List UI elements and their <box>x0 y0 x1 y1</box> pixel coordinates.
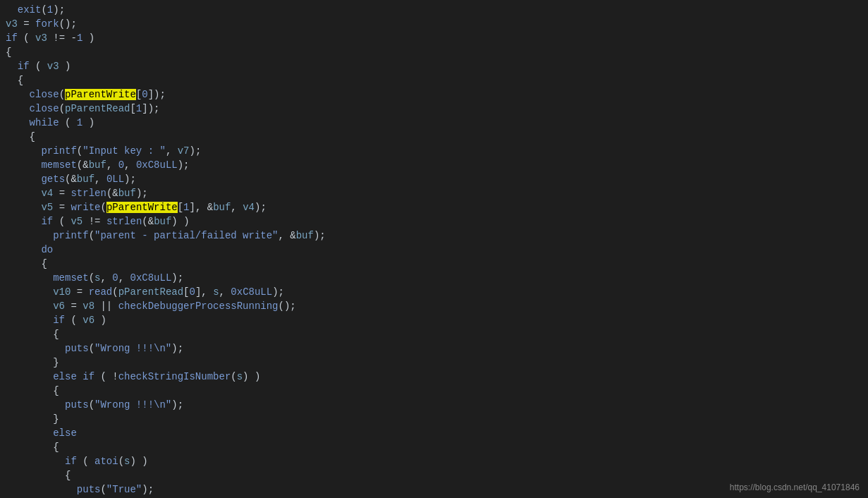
code-line-27: else if ( !checkStringIsNumber(s) ) <box>0 370 868 384</box>
code-line-15: v5 = write(pParentWrite[1], &buf, v4); <box>0 200 868 214</box>
code-line-22: v6 = v8 || checkDebuggerProcessRunning()… <box>0 299 868 313</box>
code-line-24: { <box>0 327 868 341</box>
code-line-7: close(pParentWrite[0]); <box>0 87 868 102</box>
watermark: https://blog.csdn.net/qq_41071846 <box>730 482 860 492</box>
code-line-31: else <box>0 426 868 440</box>
code-line-2: v3 = fork(); <box>0 17 868 31</box>
code-line-14: v4 = strlen(&buf); <box>0 186 868 200</box>
code-line-28: { <box>0 384 868 398</box>
code-token: exit <box>18 4 42 16</box>
code-line-4: { <box>0 45 868 59</box>
code-line-17: printf("parent - partial/failed write", … <box>0 229 868 243</box>
code-line-1: exit(1); <box>0 3 868 17</box>
code-line-32: { <box>0 440 868 454</box>
code-line-11: printf("Input key : ", v7); <box>0 144 868 158</box>
code-line-13: gets(&buf, 0LL); <box>0 172 868 186</box>
code-line-21: v10 = read(pParentRead[0], s, 0xC8uLL); <box>0 285 868 299</box>
code-line-10: { <box>0 130 868 144</box>
code-line-8: close(pParentRead[1]); <box>0 102 868 116</box>
code-line-20: memset(s, 0, 0xC8uLL); <box>0 271 868 285</box>
code-line-34: { <box>0 468 868 482</box>
code-line-3: if ( v3 != -1 ) <box>0 31 868 45</box>
code-line-16: if ( v5 != strlen(&buf) ) <box>0 214 868 229</box>
code-line-19: { <box>0 257 868 271</box>
code-line-9: while ( 1 ) <box>0 116 868 130</box>
code-line-29: puts("Wrong !!!\n"); <box>0 398 868 412</box>
code-viewer: exit(1); v3 = fork(); if ( v3 != -1 ) { … <box>0 0 868 498</box>
code-line-6: { <box>0 73 868 87</box>
code-line-23: if ( v6 ) <box>0 313 868 327</box>
code-line-5: if ( v3 ) <box>0 59 868 73</box>
code-line-26: } <box>0 356 868 370</box>
code-line-18: do <box>0 243 868 257</box>
code-line-30: } <box>0 412 868 426</box>
code-line-25: puts("Wrong !!!\n"); <box>0 341 868 356</box>
code-line-12: memset(&buf, 0, 0xC8uLL); <box>0 158 868 172</box>
code-line-33: if ( atoi(s) ) <box>0 454 868 468</box>
